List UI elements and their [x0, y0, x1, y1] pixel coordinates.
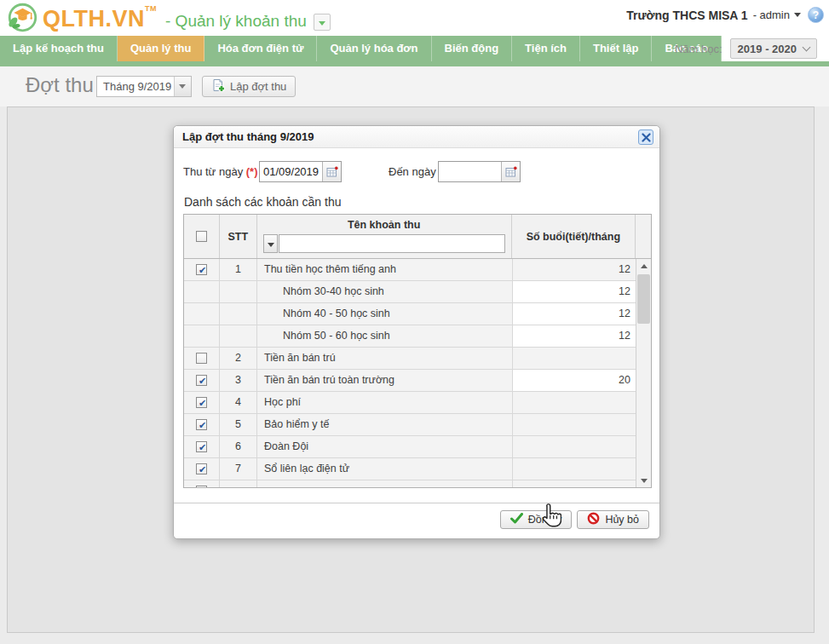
top-header: QLTH.VNTM - Quản lý khoản thu Trường THC… — [0, 0, 829, 36]
scroll-up-icon[interactable] — [636, 259, 651, 273]
fee-name-column-header: Tên khoản thu — [257, 215, 512, 258]
row-checkbox-cell — [184, 370, 220, 391]
row-checkbox-cell — [184, 325, 220, 347]
calendar-icon[interactable] — [501, 162, 520, 181]
row-stt: 1 — [220, 259, 257, 280]
create-batch-button[interactable]: Lập đợt thu — [202, 76, 296, 97]
row-checkbox-cell — [184, 436, 220, 457]
row-fee-name: Nhóm 30-40 học sinh — [257, 281, 513, 302]
table-row[interactable]: 6Đoàn Đội — [184, 436, 637, 458]
close-icon[interactable] — [638, 129, 653, 145]
row-sessions-cell — [513, 348, 637, 369]
table-row[interactable]: 3Tiền ăn bán trú toàn trường20 — [184, 370, 637, 392]
tab-quan-ly-thu[interactable]: Quản lý thu — [118, 36, 205, 61]
row-stt — [220, 480, 257, 487]
chevron-down-icon — [803, 43, 811, 51]
table-row[interactable]: 7Sổ liên lạc điện tử — [184, 458, 637, 480]
row-sessions-cell[interactable]: 20 — [513, 370, 637, 391]
school-name: Trường THCS MISA 1 — [626, 9, 747, 22]
row-sessions-cell — [513, 392, 637, 413]
tab-hoa-don-dien-tu[interactable]: Hóa đơn điện tử — [204, 36, 317, 61]
scrollbar-header-spacer — [636, 215, 651, 258]
module-dropdown-button[interactable] — [314, 14, 331, 31]
filter-dropdown-icon[interactable] — [263, 234, 278, 253]
row-stt — [220, 325, 257, 347]
row-checkbox[interactable] — [196, 419, 207, 430]
school-year-label: Năm học: — [675, 43, 722, 55]
module-title: - Quản lý khoản thu — [165, 12, 307, 31]
row-checkbox[interactable] — [196, 353, 207, 364]
table-row[interactable]: 1Thu tiền học thêm tiếng anh12 — [184, 259, 637, 281]
row-fee-name: Tiền ăn bán trú — [257, 348, 513, 369]
row-sessions-cell — [513, 480, 637, 487]
fee-name-header-label: Tên khoản thu — [257, 215, 511, 234]
trademark-label: TM — [145, 4, 157, 13]
row-stt: 2 — [220, 348, 257, 369]
table-row[interactable]: 2Tiền ăn bán trú — [184, 348, 637, 370]
row-checkbox-cell — [184, 392, 220, 413]
page-toolbar: Đợt thu Tháng 9/2019 Lập đợt thu — [0, 66, 829, 106]
tab-thiet-lap[interactable]: Thiết lập — [580, 36, 652, 61]
row-checkbox-cell — [184, 458, 220, 480]
row-sessions-cell: 12 — [513, 259, 637, 280]
stt-column-header: STT — [220, 215, 257, 258]
cancel-button[interactable]: Hủy bỏ — [577, 510, 649, 529]
row-checkbox[interactable] — [196, 486, 207, 487]
main-navbar: Lập kế hoạch thu Quản lý thu Hóa đơn điệ… — [0, 36, 829, 61]
to-date-input[interactable] — [439, 162, 501, 181]
brand: QLTH.VNTM - Quản lý khoản thu — [7, 2, 331, 37]
to-date-label: Đến ngày — [389, 165, 436, 178]
modal-title: Lập đợt thu tháng 9/2019 — [182, 130, 314, 143]
tab-quan-ly-hoa-don[interactable]: Quản lý hóa đơn — [317, 36, 431, 61]
tab-lap-ke-hoach-thu[interactable]: Lập kế hoạch thu — [0, 36, 118, 61]
period-select-value: Tháng 9/2019 — [97, 80, 174, 93]
row-checkbox[interactable] — [196, 397, 207, 408]
table-row[interactable]: 4Học phí — [184, 392, 637, 414]
school-year-select[interactable]: 2019 - 2020 — [730, 38, 817, 59]
row-checkbox[interactable] — [196, 375, 207, 386]
row-checkbox[interactable] — [196, 441, 207, 452]
create-batch-label: Lập đợt thu — [230, 80, 286, 93]
period-select[interactable]: Tháng 9/2019 — [96, 76, 192, 97]
select-all-checkbox[interactable] — [196, 231, 207, 242]
scroll-down-icon[interactable] — [636, 473, 651, 487]
row-stt: 5 — [220, 414, 257, 435]
from-date-input[interactable] — [260, 162, 322, 181]
fee-table-header: STT Tên khoản thu Số buổi(tiết)/tháng — [184, 215, 651, 259]
school-year-value: 2019 - 2020 — [738, 43, 797, 55]
cancel-icon — [587, 512, 600, 527]
row-fee-name: Nhóm 40 - 50 học sinh — [257, 303, 513, 325]
modal-footer: Đồng ý Hủy bỏ — [174, 503, 659, 538]
fee-name-filter-input[interactable] — [279, 234, 505, 253]
row-checkbox[interactable] — [196, 264, 207, 275]
app-window: QLTH.VNTM - Quản lý khoản thu Trường THC… — [0, 0, 829, 644]
from-date-label: Thu từ ngày (*) — [183, 165, 257, 178]
table-row[interactable]: Nhóm 30-40 học sinh12 — [184, 281, 637, 303]
fee-rows: 1Thu tiền học thêm tiếng anh12Nhóm 30-40… — [184, 259, 637, 487]
create-batch-icon — [211, 78, 225, 95]
scrollbar-thumb[interactable] — [637, 274, 650, 324]
tab-tien-ich[interactable]: Tiện ích — [512, 36, 580, 61]
modal-body: Thu từ ngày (*) Đến ngày — [174, 148, 659, 495]
row-sessions-cell — [513, 414, 637, 435]
row-stt — [220, 281, 257, 302]
row-sessions-cell[interactable]: 12 — [513, 281, 637, 302]
table-row[interactable] — [184, 480, 637, 487]
table-row[interactable]: 5Bảo hiểm y tế — [184, 414, 637, 436]
row-sessions-cell[interactable]: 12 — [513, 303, 637, 325]
table-row[interactable]: Nhóm 50 - 60 học sinh12 — [184, 325, 637, 348]
tab-bien-dong[interactable]: Biến động — [432, 36, 513, 61]
cursor-icon — [538, 503, 561, 533]
modal-titlebar: Lập đợt thu tháng 9/2019 — [174, 126, 659, 148]
logo-icon — [7, 2, 38, 37]
user-area[interactable]: Trường THCS MISA 1 - admin — [626, 7, 824, 23]
row-fee-name: Sổ liên lạc điện tử — [257, 458, 513, 480]
row-checkbox[interactable] — [196, 463, 207, 474]
table-row[interactable]: Nhóm 40 - 50 học sinh12 — [184, 303, 637, 325]
help-icon[interactable] — [808, 7, 824, 23]
vertical-scrollbar[interactable] — [636, 259, 651, 487]
row-stt — [220, 303, 257, 325]
calendar-icon[interactable] — [322, 162, 341, 181]
row-sessions-cell[interactable]: 12 — [513, 325, 637, 347]
school-year-area: Năm học: 2019 - 2020 — [675, 38, 817, 59]
